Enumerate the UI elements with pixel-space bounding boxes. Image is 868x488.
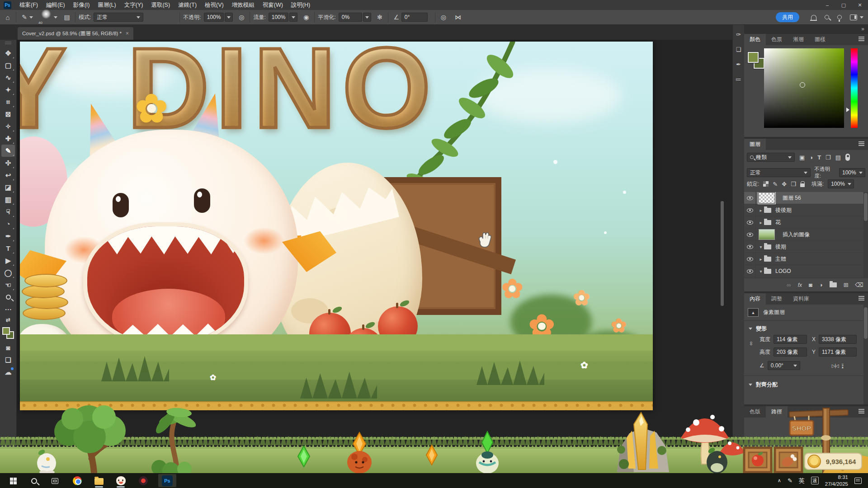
workspace-chevron-icon[interactable] (860, 16, 863, 19)
tab-libraries[interactable]: 資料庫 (788, 293, 815, 305)
taskbar-search-icon[interactable] (28, 475, 40, 487)
tab-swatches[interactable]: 色票 (766, 34, 788, 45)
filter-shape-layers-icon[interactable]: ❒ (826, 154, 831, 161)
layer-row[interactable]: 插入的圖像 (744, 229, 868, 241)
new-group-icon[interactable] (830, 282, 837, 287)
taskbar-clock[interactable]: 8:31 27/4/2025 (825, 474, 848, 487)
layer-row[interactable]: ▸ 後後期 (744, 204, 868, 216)
clone-stamp-tool[interactable]: ✣ (1, 157, 15, 169)
tab-color[interactable]: 顏色 (744, 34, 766, 45)
group-chevron-icon[interactable]: ▾ (758, 269, 764, 274)
flip-horizontal-icon[interactable]: ▷|◁ (832, 363, 839, 368)
constrain-link-icon[interactable]: ∞ (748, 342, 755, 346)
layer-name[interactable]: 主體 (775, 255, 786, 263)
tablet-pressure-size-icon[interactable]: ◎ (439, 14, 448, 21)
group-chevron-icon[interactable]: ▾ (758, 244, 764, 249)
height-input[interactable]: 203 像素 (774, 347, 807, 357)
visibility-eye-icon[interactable] (744, 192, 756, 204)
menu-type[interactable]: 文字(Y) (120, 0, 147, 10)
game-crate-apple[interactable] (744, 448, 771, 472)
lock-pixels-icon[interactable]: ✎ (773, 181, 778, 188)
layer-name[interactable]: 花 (775, 219, 781, 226)
filter-smart-objects-icon[interactable]: ▤ (835, 154, 841, 161)
screen-mode-button[interactable]: ❏ (1, 354, 15, 366)
share-app-icon[interactable]: ☁ (1, 366, 15, 378)
tab-layers[interactable]: 圖層 (744, 139, 766, 150)
y-input[interactable]: 1171 像素 (819, 347, 857, 357)
pen-tool[interactable]: ✒ (1, 230, 15, 242)
filter-adjustment-layers-icon[interactable]: ◑ (809, 154, 813, 161)
visibility-eye-icon[interactable] (744, 204, 756, 216)
smoothing-chevron[interactable] (363, 13, 371, 22)
gradient-tool[interactable]: ▥ (1, 193, 15, 206)
file-explorer-icon[interactable] (93, 475, 105, 487)
properties-scrollbar[interactable] (863, 305, 868, 404)
color-panel-menu-icon[interactable] (859, 38, 864, 39)
adjustment-layer-icon[interactable]: ◑ (819, 282, 823, 288)
action-center-icon[interactable] (854, 478, 862, 484)
flow-chevron[interactable] (289, 13, 297, 22)
screen-recorder-icon[interactable] (137, 475, 149, 487)
color-field-marker[interactable] (800, 82, 805, 88)
visibility-eye-icon[interactable] (744, 229, 756, 241)
visibility-eye-icon[interactable] (744, 216, 756, 229)
delete-layer-icon[interactable]: ⌫ (855, 282, 863, 288)
dodge-tool[interactable]: ◔ (1, 218, 15, 230)
layer-name[interactable]: LOGO (775, 268, 791, 274)
brush-tool-icon[interactable]: ✎ (19, 14, 29, 21)
link-layers-icon[interactable]: ∞ (787, 282, 791, 288)
lock-all-icon[interactable] (800, 183, 805, 187)
ime-language-indicator[interactable]: 英 (799, 477, 805, 485)
healing-brush-tool[interactable]: ✚ (1, 132, 15, 145)
visibility-eye-icon[interactable] (744, 241, 756, 253)
share-button[interactable]: 共用 (776, 12, 799, 22)
airbrush-icon[interactable]: ◉ (301, 14, 311, 21)
foreground-color-swatch[interactable] (2, 327, 10, 335)
tray-pen-icon[interactable]: ✎ (788, 477, 793, 484)
edit-toolbar-button[interactable]: ⋯ (1, 303, 15, 315)
search-icon[interactable] (825, 15, 829, 19)
swap-colors-icon[interactable]: ⇄ (1, 315, 15, 324)
shape-tool[interactable]: ◯ (1, 267, 15, 279)
smudge-tool[interactable]: ☟ (1, 206, 15, 218)
menu-window[interactable]: 視窗(W) (259, 0, 287, 10)
panel-expand-icon[interactable]: » (861, 26, 864, 32)
group-chevron-icon[interactable]: ▸ (758, 220, 764, 225)
menu-edit[interactable]: 編輯(E) (42, 0, 69, 10)
tray-expand-icon[interactable]: ∧ (778, 478, 781, 483)
group-chevron-icon[interactable]: ▸ (758, 257, 764, 262)
tab-close-icon[interactable]: × (126, 30, 129, 37)
layer-row[interactable]: 圖層 56 (744, 192, 868, 204)
layer-row[interactable]: ▾ 後期 (744, 241, 868, 253)
layer-mask-icon[interactable]: ◙ (809, 282, 812, 288)
flip-vertical-icon[interactable]: ▿▴ (842, 363, 844, 368)
layer-name[interactable]: 插入的圖像 (783, 231, 810, 239)
properties-dock-icon[interactable]: ≔ (736, 76, 741, 83)
game-crate-meat[interactable] (775, 448, 802, 472)
game-crystal-rock[interactable] (617, 413, 669, 472)
layer-effects-icon[interactable]: fx (798, 282, 802, 288)
lasso-tool[interactable]: ∿ (1, 71, 15, 84)
hue-slider[interactable] (851, 48, 858, 128)
flow-input[interactable]: 100% (269, 13, 289, 22)
comments-panel-icon[interactable]: ❏ (736, 46, 741, 53)
layers-panel-menu-icon[interactable] (859, 143, 864, 144)
lock-transparent-pixels-icon[interactable] (763, 181, 769, 187)
visibility-eye-icon[interactable] (744, 253, 756, 265)
type-tool[interactable]: T (1, 242, 15, 254)
move-tool[interactable]: ✥ (1, 47, 15, 59)
smoothing-input[interactable]: 0% (339, 13, 362, 22)
filter-pixel-layers-icon[interactable]: ▣ (799, 154, 805, 161)
width-input[interactable]: 114 像素 (774, 335, 807, 344)
new-layer-icon[interactable]: ⊞ (844, 282, 849, 288)
document-tab[interactable]: Cover_v2.psd @ 58.9% (圖層 56, RGB/8) * × (18, 27, 133, 40)
layer-row[interactable]: ▾ LOGO (744, 265, 868, 277)
menu-file[interactable]: 檔案(F) (15, 0, 42, 10)
dino-game-icon[interactable] (115, 475, 127, 487)
layer-name[interactable]: 後期 (775, 243, 786, 251)
menu-select[interactable]: 選取(S) (147, 0, 174, 10)
task-view-icon[interactable] (49, 475, 61, 487)
canvas-vertical-scrollbar[interactable] (721, 201, 724, 306)
quick-mask-button[interactable]: ◙ (1, 342, 15, 354)
symmetry-icon[interactable]: ⋈ (453, 14, 463, 21)
